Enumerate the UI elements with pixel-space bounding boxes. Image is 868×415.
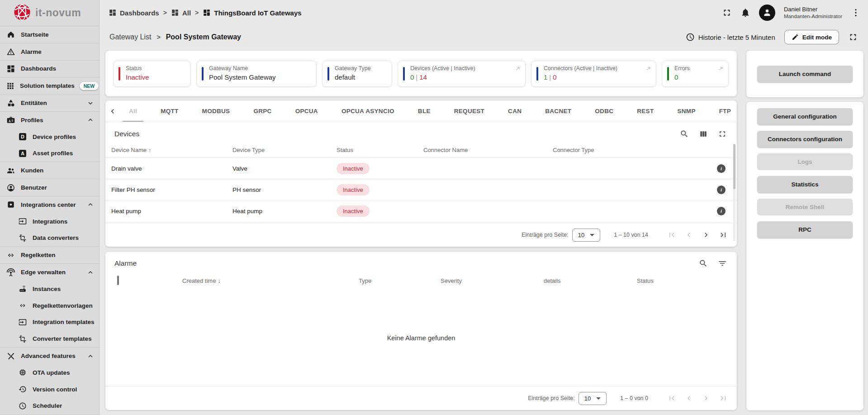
tab-request[interactable]: REQUEST bbox=[442, 100, 496, 122]
column-type[interactable]: Type bbox=[359, 277, 441, 284]
first-page-icon[interactable] bbox=[666, 394, 677, 403]
tab-odbc[interactable]: ODBC bbox=[583, 100, 625, 122]
sidebar-item-dashboards[interactable]: Dashboards bbox=[0, 61, 99, 77]
more-menu-icon[interactable] bbox=[851, 8, 861, 18]
table-row[interactable]: Filter PH sensor PH sensor Inactive i bbox=[105, 179, 737, 200]
per-page-select[interactable]: 10 bbox=[572, 229, 600, 242]
column-status[interactable]: Status bbox=[637, 277, 737, 284]
table-row[interactable]: Heat pump Heat pump Inactive i bbox=[105, 200, 737, 221]
column-connector-name[interactable]: Connector Name bbox=[423, 147, 553, 153]
statistics-button[interactable]: Statistics bbox=[757, 176, 853, 193]
sidebar-item-startseite[interactable]: Startseite bbox=[0, 26, 99, 43]
remote-shell-button[interactable]: Remote Shell bbox=[757, 199, 853, 215]
column-details[interactable]: details bbox=[544, 277, 637, 284]
tab-opcua-asyncio[interactable]: OPCUA ASYNCIO bbox=[330, 100, 406, 122]
sidebar-item-converter-templates[interactable]: Converter templates bbox=[0, 330, 99, 347]
sidebar-item-device-profiles[interactable]: D Device profiles bbox=[0, 129, 99, 145]
rpc-button[interactable]: RPC bbox=[757, 221, 853, 238]
dashboards-icon bbox=[203, 9, 211, 17]
column-severity[interactable]: Severity bbox=[441, 277, 544, 284]
sidebar-item-kunden[interactable]: Kunden bbox=[0, 162, 99, 179]
tab-opcua[interactable]: OPCUA bbox=[284, 100, 330, 122]
sidebar-item-ota-updates[interactable]: OTA updates bbox=[0, 364, 99, 381]
launch-command-button[interactable]: Launch command bbox=[757, 66, 853, 82]
first-page-icon[interactable] bbox=[666, 230, 677, 239]
column-created-time[interactable]: Created time↓ bbox=[182, 277, 359, 284]
sidebar-item-instances[interactable]: Instances bbox=[0, 281, 99, 297]
sidebar-item-data-converters[interactable]: Data converters bbox=[0, 230, 99, 247]
tab-modbus[interactable]: MODBUS bbox=[190, 100, 242, 122]
open-link-icon[interactable] bbox=[514, 65, 522, 72]
open-link-icon[interactable] bbox=[645, 65, 652, 72]
gateway-list-link[interactable]: Gateway List bbox=[109, 33, 151, 41]
info-icon[interactable]: i bbox=[717, 186, 726, 194]
tabs-scroll-left-icon[interactable] bbox=[108, 107, 117, 116]
tab-all[interactable]: All bbox=[117, 100, 149, 122]
brand-logo[interactable]: it-novum bbox=[0, 0, 99, 26]
next-page-icon[interactable] bbox=[701, 394, 711, 403]
last-page-icon[interactable] bbox=[718, 230, 729, 239]
tab-grpc[interactable]: GRPC bbox=[242, 100, 283, 122]
column-device-name[interactable]: Device Name↑ bbox=[111, 147, 232, 153]
search-icon[interactable] bbox=[699, 259, 708, 268]
column-status[interactable]: Status bbox=[337, 147, 423, 153]
logs-button[interactable]: Logs bbox=[757, 153, 853, 170]
general-configuration-button[interactable]: General configuration bbox=[757, 108, 853, 125]
tab-bacnet[interactable]: BACNET bbox=[533, 100, 583, 122]
edit-mode-button[interactable]: Edit mode bbox=[784, 30, 839, 44]
sidebar-item-alarme[interactable]: Alarme bbox=[0, 43, 99, 60]
sidebar-item-integrations[interactable]: Integrations bbox=[0, 213, 99, 230]
last-page-icon[interactable] bbox=[718, 394, 729, 403]
stat-card-devices[interactable]: Devices (Active | Inactive) 0|14 bbox=[398, 61, 526, 87]
table-scrollbar[interactable] bbox=[733, 144, 735, 241]
filter-icon[interactable] bbox=[718, 259, 727, 268]
next-page-icon[interactable] bbox=[701, 230, 711, 239]
stat-card-errors[interactable]: Errors 0 bbox=[662, 61, 729, 87]
warning-icon bbox=[6, 47, 16, 56]
prev-page-icon[interactable] bbox=[683, 394, 694, 403]
sidebar-item-scheduler[interactable]: Scheduler bbox=[0, 398, 99, 415]
open-link-icon[interactable] bbox=[717, 65, 725, 72]
sidebar-item-entitaeten[interactable]: Entitäten bbox=[0, 95, 99, 111]
sidebar-item-asset-profiles[interactable]: A Asset profiles bbox=[0, 145, 99, 162]
avatar[interactable] bbox=[759, 5, 775, 21]
stat-card-connectors[interactable]: Connectors (Active | Inactive) 1|0 bbox=[531, 61, 656, 87]
table-row[interactable]: Drain valve Valve Inactive i bbox=[105, 157, 737, 179]
tab-ble[interactable]: BLE bbox=[406, 100, 442, 122]
sidebar-item-profiles[interactable]: Profiles bbox=[0, 112, 99, 129]
tab-can[interactable]: CAN bbox=[496, 100, 533, 122]
breadcrumb-all[interactable]: All bbox=[171, 9, 191, 17]
tab-rest[interactable]: REST bbox=[625, 100, 665, 122]
prev-page-icon[interactable] bbox=[683, 230, 694, 239]
sidebar-item-benutzer[interactable]: Benutzer bbox=[0, 179, 99, 196]
sidebar-item-integrations-center[interactable]: Integrations center bbox=[0, 196, 99, 213]
search-icon[interactable] bbox=[680, 129, 689, 138]
select-all-checkbox[interactable] bbox=[117, 276, 119, 285]
clock-icon bbox=[18, 402, 28, 410]
timewindow-button[interactable]: Historie - letzte 5 Minuten bbox=[686, 33, 775, 42]
info-icon[interactable]: i bbox=[717, 207, 726, 215]
tab-snmp[interactable]: SNMP bbox=[665, 100, 707, 122]
apps-icon bbox=[6, 81, 15, 91]
sidebar-item-regelketten[interactable]: Regelketten bbox=[0, 247, 99, 263]
connectors-configuration-button[interactable]: Connectors configuration bbox=[757, 131, 853, 148]
column-connector-type[interactable]: Connector Type bbox=[553, 147, 717, 153]
expand-dashboard-icon[interactable] bbox=[848, 32, 858, 42]
per-page-select[interactable]: 10 bbox=[579, 392, 607, 405]
tab-ftp[interactable]: FTP bbox=[707, 100, 743, 122]
sidebar-item-solution-templates[interactable]: Solution templates NEW bbox=[0, 77, 99, 94]
sidebar-item-regelkettenvorlagen[interactable]: Regelkettenvorlagen bbox=[0, 297, 99, 314]
expand-widget-icon[interactable] bbox=[718, 129, 727, 138]
breadcrumb-current[interactable]: ThingsBoard IoT Gateways bbox=[203, 9, 301, 17]
fullscreen-icon[interactable] bbox=[722, 8, 732, 18]
tab-mqtt[interactable]: MQTT bbox=[149, 100, 190, 122]
breadcrumb-dashboards[interactable]: Dashboards bbox=[109, 9, 159, 17]
column-device-type[interactable]: Device Type bbox=[232, 147, 337, 153]
columns-icon[interactable] bbox=[699, 129, 708, 138]
info-icon[interactable]: i bbox=[717, 164, 726, 173]
notifications-bell-icon[interactable] bbox=[740, 8, 750, 18]
sidebar-item-integration-templates[interactable]: Integration templates bbox=[0, 314, 99, 331]
sidebar-item-edge-verwalten[interactable]: Edge verwalten bbox=[0, 264, 99, 281]
sidebar-item-version-control[interactable]: Version control bbox=[0, 381, 99, 398]
sidebar-item-advanced-features[interactable]: Advanced features bbox=[0, 348, 99, 364]
